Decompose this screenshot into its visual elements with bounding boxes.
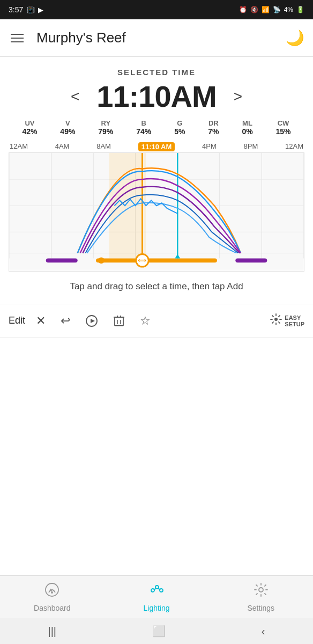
page-title: Murphy's Reef (36, 30, 286, 46)
channel-uv: UV 42% (22, 119, 37, 136)
close-button[interactable]: ✕ (36, 314, 46, 328)
svg-point-37 (155, 586, 159, 589)
nav-settings[interactable]: Settings (208, 582, 313, 612)
prev-time-button[interactable]: < (64, 86, 86, 107)
youtube-icon: ▶ (38, 6, 43, 14)
lighting-label: Lighting (143, 604, 169, 612)
settings-icon (253, 582, 269, 602)
android-menu-button[interactable]: ||| (48, 625, 56, 638)
status-time: 3:57 📳 ▶ (9, 5, 43, 14)
battery-text: 4% (284, 6, 293, 13)
channel-b: B 74% (136, 119, 151, 136)
svg-text:⟺: ⟺ (138, 257, 146, 264)
channel-cw: CW 15% (276, 119, 291, 136)
svg-point-41 (259, 588, 263, 592)
status-icons: ⏰ 🔇 📶 📡 4% 🔋 (239, 6, 304, 13)
time-display: 11:10AM (96, 79, 216, 114)
time-label-selected: 11:10 AM (138, 142, 175, 151)
nav-lighting[interactable]: Lighting (105, 582, 209, 612)
bottom-nav: Dashboard Lighting Settings (0, 575, 313, 618)
moon-icon[interactable]: 🌙 (286, 29, 304, 47)
delete-button[interactable] (113, 314, 125, 327)
signal-icon: 📡 (273, 6, 281, 13)
android-home-button[interactable]: ⬜ (152, 625, 166, 638)
svg-point-36 (151, 589, 154, 592)
channel-dr: DR 7% (208, 119, 219, 136)
status-bar: 3:57 📳 ▶ ⏰ 🔇 📶 📡 4% 🔋 (0, 0, 313, 19)
channel-values: UV 42% V 49% RY 79% B 74% G 5% DR 7% ML … (9, 119, 304, 136)
lighting-chart[interactable]: ⟺ (9, 152, 304, 272)
svg-rect-17 (46, 258, 78, 262)
svg-point-34 (51, 591, 53, 594)
header: Murphy's Reef 🌙 (0, 19, 313, 57)
edit-label: Edit (9, 315, 25, 326)
settings-label: Settings (247, 604, 274, 612)
svg-rect-18 (235, 258, 267, 262)
svg-rect-26 (115, 317, 123, 326)
voicemail-icon: 📳 (26, 6, 35, 14)
svg-point-32 (274, 318, 278, 321)
time-label-12am-end: 12AM (285, 142, 303, 151)
channel-g: G 5% (174, 119, 185, 136)
undo-button[interactable]: ↩ (61, 314, 70, 328)
android-back-button[interactable]: ‹ (262, 625, 265, 638)
svg-point-38 (160, 589, 163, 592)
mute-icon: 🔇 (250, 6, 258, 13)
svg-rect-16 (96, 258, 217, 262)
lighting-icon (148, 582, 165, 602)
alarm-icon: ⏰ (239, 6, 247, 13)
channel-v: V 49% (60, 119, 75, 136)
clock: 3:57 (9, 5, 23, 14)
time-label-8am: 8AM (96, 142, 111, 151)
time-label-4am: 4AM (55, 142, 70, 151)
time-label-4pm: 4PM (202, 142, 217, 151)
dashboard-icon (44, 582, 60, 602)
wifi-icon: 📶 (262, 6, 270, 13)
android-home-bar: ||| ⬜ ‹ (0, 618, 313, 644)
time-labels-row: 12AM 4AM 8AM 11:10 AM 4PM 8PM 12AM (9, 142, 304, 151)
time-label-8pm: 8PM (244, 142, 258, 151)
selected-time-label: SELECTED TIME (9, 68, 304, 77)
favorite-button[interactable]: ☆ (140, 314, 151, 328)
drag-instruction: Tap and drag to select a time, then tap … (9, 280, 304, 293)
dashboard-label: Dashboard (34, 604, 71, 612)
nav-dashboard[interactable]: Dashboard (0, 582, 105, 612)
menu-button[interactable] (9, 32, 26, 45)
next-time-button[interactable]: > (227, 86, 249, 107)
play-button[interactable] (85, 314, 98, 327)
channel-ry: RY 79% (98, 119, 113, 136)
svg-marker-25 (91, 319, 95, 323)
toolbar: Edit ✕ ↩ ☆ (0, 304, 313, 338)
battery-icon: 🔋 (296, 6, 304, 13)
main-content: SELECTED TIME < 11:10AM > UV 42% V 49% R… (0, 57, 313, 293)
svg-point-21 (98, 257, 105, 264)
toolbar-icons: ✕ ↩ ☆ (36, 314, 270, 328)
easy-setup-button[interactable]: EASY SETUP (270, 313, 304, 328)
svg-line-40 (159, 588, 160, 590)
easy-setup-icon (270, 313, 282, 328)
channel-ml: ML 0% (242, 119, 252, 136)
time-navigator: < 11:10AM > (9, 79, 304, 114)
svg-line-39 (154, 588, 155, 590)
time-label-12am: 12AM (10, 142, 28, 151)
